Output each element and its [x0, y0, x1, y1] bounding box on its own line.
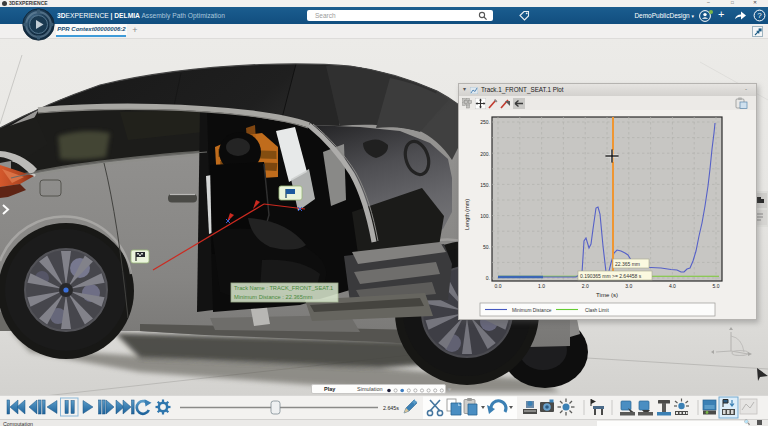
- svg-text:3.0: 3.0: [625, 283, 632, 289]
- svg-text:200.: 200.: [480, 151, 490, 157]
- svg-text:?: ?: [757, 11, 762, 20]
- svg-text:Minimum Distance: Minimum Distance: [512, 308, 552, 313]
- svg-text:250.: 250.: [480, 119, 490, 125]
- svg-text:0.190365 mm >= 2.64458 s: 0.190365 mm >= 2.64458 s: [580, 273, 642, 279]
- svg-text:100.: 100.: [480, 213, 490, 219]
- svg-text:Clash Limit: Clash Limit: [585, 308, 609, 313]
- svg-text:Length (mm): Length (mm): [464, 199, 470, 230]
- svg-text:150.: 150.: [480, 182, 490, 188]
- svg-text:Track Name : TRACK_FRONT_SEAT.: Track Name : TRACK_FRONT_SEAT.1: [234, 285, 333, 291]
- svg-text:50.: 50.: [483, 244, 490, 250]
- svg-text:4.0: 4.0: [669, 283, 676, 289]
- svg-text:0.: 0.: [486, 275, 490, 281]
- svg-text:2.0: 2.0: [582, 283, 589, 289]
- svg-text:2.645s: 2.645s: [383, 405, 399, 411]
- svg-text:Minimum Distance : 22.365mm: Minimum Distance : 22.365mm: [234, 294, 313, 300]
- svg-text:0.0: 0.0: [495, 283, 502, 289]
- svg-text:22.365 mm: 22.365 mm: [615, 261, 640, 267]
- svg-text:1.0: 1.0: [538, 283, 545, 289]
- svg-text:Time (s): Time (s): [596, 292, 618, 298]
- svg-text:5.0: 5.0: [713, 283, 720, 289]
